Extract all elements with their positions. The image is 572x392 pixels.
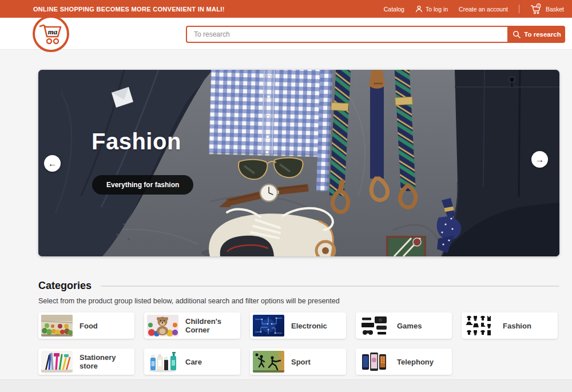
- category-label: Fashion: [503, 322, 531, 330]
- arrow-right-icon: →: [535, 155, 544, 164]
- category-label: Electronic: [291, 322, 327, 330]
- category-card-care[interactable]: Care: [144, 349, 240, 375]
- site-logo[interactable]: ma: [33, 15, 69, 52]
- category-label: Children's Corner: [185, 317, 240, 334]
- announcement-text: ONLINE SHOPPING BECOMES MORE CONVENIENT …: [33, 6, 225, 13]
- hero-fashion-flatlay-image: [38, 70, 559, 256]
- categories-grid: Food Children's Corner Electronic Games: [38, 312, 567, 375]
- games-thumbnail: [359, 315, 390, 336]
- topbar-links: Catalog To log in Create an account 0: [384, 3, 564, 15]
- hero-title: Fashion: [92, 129, 181, 155]
- category-card-electronic[interactable]: Electronic: [250, 312, 346, 339]
- stationery-store-thumbnail: [41, 351, 73, 373]
- category-card-games[interactable]: Games: [356, 312, 452, 339]
- person-icon: [415, 5, 423, 13]
- childrens-corner-thumbnail: [147, 315, 178, 336]
- category-card-telephony[interactable]: Telephony: [356, 349, 452, 375]
- electronic-thumbnail: [253, 315, 284, 336]
- catalog-link[interactable]: Catalog: [384, 6, 404, 13]
- hero-cta-button[interactable]: Everything for fashion: [92, 175, 193, 195]
- category-card-stationery-store[interactable]: Stationery store: [38, 349, 134, 375]
- category-card-sport[interactable]: Sport: [250, 349, 346, 375]
- categories-subtitle: Select from the product group listed bel…: [38, 297, 559, 305]
- topbar-divider: [519, 5, 519, 13]
- top-announcement-bar: ONLINE SHOPPING BECOMES MORE CONVENIENT …: [0, 0, 572, 18]
- category-label: Games: [397, 322, 422, 330]
- basket-button[interactable]: 0 Basket: [530, 3, 564, 15]
- category-card-childrens-corner[interactable]: Children's Corner: [144, 312, 240, 339]
- footer: [0, 379, 572, 392]
- categories-title: Categories: [38, 280, 92, 292]
- categories-section: Categories Select from the product group…: [38, 280, 559, 375]
- basket-count-badge: 0: [538, 4, 539, 7]
- register-link-label: Create an account: [459, 6, 508, 13]
- category-label: Stationery store: [80, 353, 134, 370]
- search-bar: To research: [186, 26, 565, 43]
- category-card-fashion[interactable]: Fashion: [462, 312, 558, 339]
- arrow-left-icon: ←: [48, 159, 57, 168]
- care-thumbnail: [147, 351, 178, 373]
- login-link-label: To log in: [426, 6, 448, 13]
- search-button-label: To research: [524, 31, 561, 38]
- categories-divider-line: [101, 286, 559, 287]
- categories-header: Categories: [38, 280, 559, 292]
- slider-prev-button[interactable]: ←: [44, 155, 61, 172]
- category-label: Sport: [291, 358, 311, 366]
- category-label: Care: [185, 358, 202, 366]
- logo-text: ma: [48, 27, 58, 36]
- fashion-thumbnail: [464, 315, 496, 336]
- slider-next-button[interactable]: →: [531, 151, 548, 168]
- food-thumbnail: [41, 315, 73, 336]
- login-link[interactable]: To log in: [415, 5, 448, 13]
- search-icon: [513, 30, 521, 38]
- sport-thumbnail: [253, 351, 284, 373]
- category-label: Food: [80, 322, 98, 330]
- cart-logo-icon: ma: [37, 19, 65, 48]
- search-input[interactable]: [186, 26, 509, 43]
- search-button[interactable]: To research: [509, 26, 565, 43]
- category-card-food[interactable]: Food: [38, 312, 134, 339]
- category-label: Telephony: [397, 358, 434, 366]
- hero-slider: Fashion Everything for fashion ← →: [38, 70, 559, 256]
- catalog-link-label: Catalog: [384, 6, 404, 13]
- register-link[interactable]: Create an account: [459, 6, 508, 13]
- basket-icon: 0: [530, 3, 543, 15]
- basket-button-label: Basket: [546, 6, 564, 13]
- telephony-thumbnail: [359, 351, 390, 373]
